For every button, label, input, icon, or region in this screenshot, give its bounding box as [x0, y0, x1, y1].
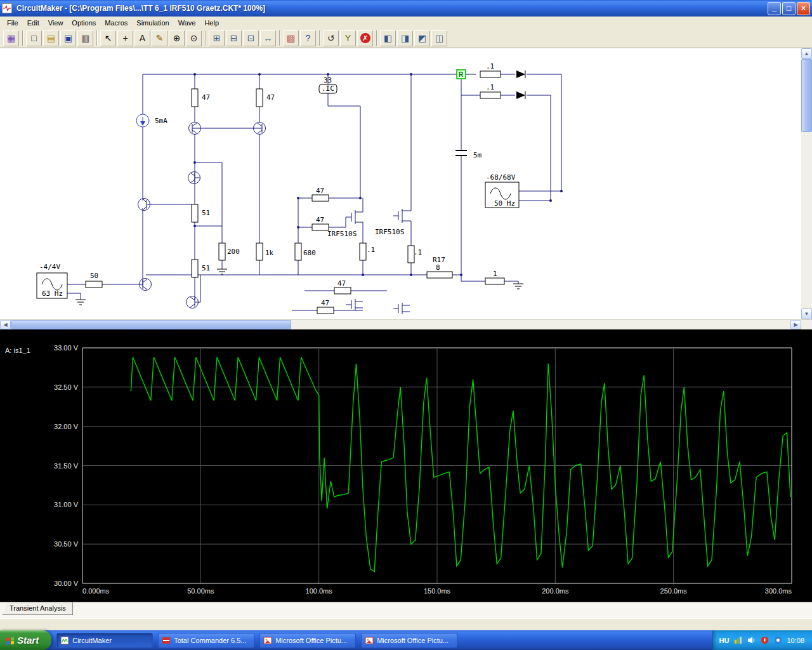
reset-icon: ↺	[327, 34, 335, 43]
split-view-button[interactable]: ↔	[260, 30, 276, 46]
analysis-window-button[interactable]: ◩	[414, 30, 430, 46]
schematic-label: 5mA	[155, 117, 167, 125]
taskbar-task-total-commander-6-5[interactable]: Total Commander 6.5...	[158, 633, 254, 648]
analysis-window-icon: ◩	[418, 34, 426, 43]
zoom-in-tool-button[interactable]: ⊕	[169, 30, 185, 46]
scroll-left-button[interactable]: ◀	[0, 320, 11, 329]
grid-window-button[interactable]: ◫	[431, 30, 447, 46]
menu-simulation[interactable]: Simulation	[132, 18, 173, 28]
taskbar-task-circuitmaker[interactable]: CircuitMaker	[56, 633, 153, 648]
mixed-mode-icon: ▨	[287, 34, 295, 43]
horizontal-scroll-thumb[interactable]	[11, 320, 291, 329]
tab-transient-analysis[interactable]: Transient Analysis	[3, 602, 73, 615]
sheet-up-button[interactable]: ⊟	[226, 30, 242, 46]
save-button[interactable]: ▣	[60, 30, 76, 46]
search-icon: ⊞	[213, 34, 221, 43]
title-bar[interactable]: CircuitMaker - [C:\Program Files\...\TT …	[0, 0, 812, 17]
probe-marker[interactable]: R	[457, 70, 466, 79]
language-indicator[interactable]: HU	[719, 637, 730, 644]
open-button[interactable]: ▤	[43, 30, 59, 46]
diodes	[516, 70, 525, 99]
sheet-down-button[interactable]: ⊡	[243, 30, 259, 46]
waveform-panel: A: is1_1 33.00 V32.50 V32.00 V31.50 V31.…	[0, 329, 812, 602]
schematic-label: IRF510S	[327, 230, 357, 238]
windows-flag-icon	[5, 636, 14, 645]
help-button[interactable]: ?	[300, 30, 316, 46]
transistor-symbols	[140, 123, 410, 314]
text-tool-icon: A	[140, 34, 145, 43]
select-tool-icon: ↖	[105, 34, 112, 43]
network-activity-tray-icon[interactable]	[733, 636, 742, 645]
menu-file[interactable]: File	[3, 18, 23, 28]
text-tool-button[interactable]: A	[134, 30, 150, 46]
schematic-label: 1	[493, 270, 497, 278]
schematic-label: 47	[316, 216, 324, 224]
toolbar-separator	[319, 30, 320, 46]
trace-label: A: is1_1	[5, 347, 30, 354]
status-strip	[0, 618, 812, 630]
x-tick-label: 150.0ms	[424, 587, 451, 595]
waveform-window-button[interactable]: ◨	[397, 30, 413, 46]
select-tool-button[interactable]: ↖	[100, 30, 116, 46]
scroll-right-button[interactable]: ▶	[790, 320, 801, 329]
vertical-scroll-thumb[interactable]	[801, 59, 812, 132]
schematic-area: R 5mA474733.IC.1.15m-68/68V50 Hz47475151…	[0, 48, 812, 319]
zoom-tool-button[interactable]: ⊙	[186, 30, 202, 46]
x-tick-label: 300.0ms	[765, 587, 792, 595]
menu-wave[interactable]: Wave	[174, 18, 200, 28]
close-button[interactable]: ×	[797, 2, 810, 15]
edit-tool-button[interactable]: ✎	[152, 30, 167, 46]
wire-tool-icon: +	[122, 34, 128, 43]
toolbar-separator	[22, 30, 23, 46]
toolbar-separator	[96, 30, 97, 46]
y-tick-label: 32.50 V	[54, 383, 79, 391]
wire-tool-button[interactable]: +	[117, 30, 133, 46]
start-button[interactable]: Start	[0, 630, 51, 650]
schematic-canvas[interactable]: R 5mA474733.IC.1.15m-68/68V50 Hz47475151…	[0, 48, 801, 319]
mixed-mode-button[interactable]: ▨	[283, 30, 299, 46]
grid-window-icon: ◫	[435, 34, 443, 43]
print-icon: ▥	[81, 34, 89, 43]
taskbar-task-microsoft-office-pictu[interactable]: Microsoft Office Pictu...	[361, 633, 457, 648]
scope-window-button[interactable]: ◧	[380, 30, 396, 46]
horizontal-scrollbar[interactable]: ◀ ▶	[0, 319, 812, 329]
stop-simulation-button[interactable]: ✗	[357, 30, 373, 46]
edit-tool-icon: ✎	[156, 34, 164, 43]
menu-edit[interactable]: Edit	[23, 18, 44, 28]
security-tray-icon[interactable]	[760, 636, 769, 645]
messenger-tray-icon[interactable]	[773, 636, 782, 645]
probe-tool-icon: Y	[345, 34, 351, 43]
y-tick-label: 31.00 V	[54, 501, 79, 508]
menu-options[interactable]: Options	[67, 18, 100, 28]
stop-simulation-icon: ✗	[360, 33, 370, 43]
reset-button[interactable]: ↺	[323, 30, 339, 46]
schematic-vertical-scrollbar[interactable]: ▲ ▼	[801, 48, 812, 319]
schematic-label: 47	[321, 299, 329, 307]
schematic-label: .1	[486, 62, 494, 70]
print-button[interactable]: ▥	[77, 30, 93, 46]
schematic-label: 63 Hz	[42, 289, 63, 298]
schematic-label: IRF510S	[375, 228, 404, 236]
schematic-label: .IC	[322, 84, 334, 93]
taskbar-task-microsoft-office-pictu[interactable]: Microsoft Office Pictu...	[259, 633, 356, 648]
menu-macros[interactable]: Macros	[100, 18, 132, 28]
clock: 10:08	[787, 637, 804, 644]
scope-axis-labels: 33.00 V32.50 V32.00 V31.50 V31.00 V30.50…	[54, 344, 792, 595]
scroll-up-button[interactable]: ▲	[801, 48, 812, 59]
new-button[interactable]: □	[26, 30, 42, 46]
probe-tool-button[interactable]: Y	[340, 30, 356, 46]
schematic-label: 50 Hz	[494, 199, 515, 208]
schematic-label: 47	[202, 93, 210, 102]
schematic-label: 47	[266, 93, 275, 102]
sheet-up-icon: ⊟	[230, 34, 238, 43]
scroll-down-button[interactable]: ▼	[801, 308, 812, 319]
task-label: Microsoft Office Pictu...	[377, 637, 449, 644]
digital-analog-button[interactable]: ▦	[3, 30, 19, 46]
search-button[interactable]: ⊞	[209, 30, 225, 46]
menu-view[interactable]: View	[44, 18, 68, 28]
menu-help[interactable]: Help	[200, 18, 223, 28]
minimize-button[interactable]: _	[768, 2, 781, 15]
waveform-plot[interactable]: A: is1_1 33.00 V32.50 V32.00 V31.50 V31.…	[0, 329, 812, 602]
volume-tray-icon[interactable]	[747, 636, 756, 645]
maximize-button[interactable]: □	[782, 2, 796, 15]
